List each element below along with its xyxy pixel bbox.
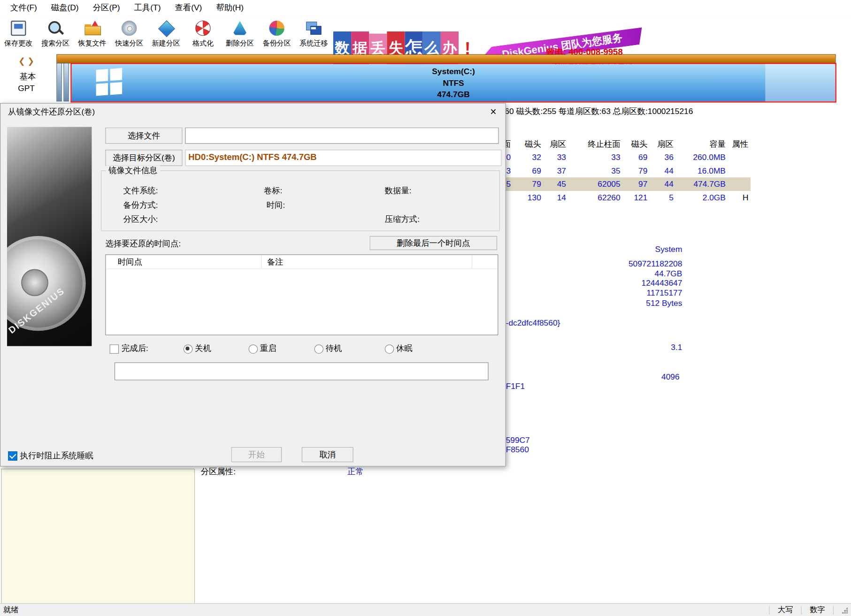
volume-label: 卷标: xyxy=(264,185,283,196)
menu-help[interactable]: 帮助(H) xyxy=(209,2,251,13)
system-migration-button[interactable]: 系统迁移 xyxy=(295,15,332,52)
col-header: 终止柱面 xyxy=(566,137,621,151)
table-row[interactable]: 0 32 33 33 69 36 260.0MB xyxy=(502,151,751,164)
after-complete-label: 完成后: xyxy=(122,343,148,354)
partition-table: 面 磁头 扇区 终止柱面 磁头 扇区 容量 属性 0 32 33 33 69 3… xyxy=(502,137,751,204)
hdd-hub-icon xyxy=(21,269,48,297)
new-partition-label: 新建分区 xyxy=(152,38,180,48)
quick-partition-button[interactable]: 快速分区 xyxy=(111,15,148,52)
after-complete-checkbox[interactable] xyxy=(110,344,119,354)
volume-name-value: System xyxy=(543,244,682,253)
format-button[interactable]: 格式化 xyxy=(184,15,222,52)
resize-grip-icon[interactable] xyxy=(841,607,848,614)
nav-left-icon[interactable]: ❮ xyxy=(18,56,27,66)
format-icon xyxy=(194,19,212,37)
menu-tools[interactable]: 工具(T) xyxy=(127,2,168,13)
restart-label: 重启 xyxy=(260,343,276,354)
prevent-sleep-label: 执行时阻止系统睡眠 xyxy=(20,451,93,461)
cancel-button[interactable]: 取消 xyxy=(302,447,353,462)
shutdown-radio[interactable] xyxy=(184,344,193,354)
timepoint-section-label: 选择要还原的时间点: xyxy=(105,239,181,249)
timepoint-list[interactable]: 时间点 备注 xyxy=(105,254,498,335)
standby-radio[interactable] xyxy=(314,344,323,354)
save-icon xyxy=(10,19,27,37)
detail-value: 512 Bytes xyxy=(543,298,682,308)
partition-attr-label: 分区属性: xyxy=(201,466,236,477)
note-input[interactable] xyxy=(115,362,489,380)
partition-table-header: 面 磁头 扇区 终止柱面 磁头 扇区 容量 属性 xyxy=(502,137,751,151)
filesystem-label: 文件系统: xyxy=(123,185,158,196)
col-header: 扇区 xyxy=(541,137,566,151)
select-file-button[interactable]: 选择文件 xyxy=(105,128,182,144)
table-row[interactable]: 130 14 62260 121 5 2.0GB H xyxy=(502,190,751,204)
serial-fragment: F1F1 xyxy=(506,381,525,391)
save-changes-button[interactable]: 保存更改 xyxy=(0,15,37,52)
start-button[interactable]: 开始 xyxy=(231,447,282,462)
partition-block-small-1[interactable] xyxy=(56,63,62,101)
statusbar-indicators: 大写 数字 xyxy=(766,604,848,616)
new-partition-button[interactable]: 新建分区 xyxy=(148,15,185,52)
disk-sidebar: ❮❯ 基本 GPT xyxy=(0,52,54,104)
statusbar: 就绪 大写 数字 xyxy=(0,603,851,616)
partition-attr-value: 正常 xyxy=(347,466,364,477)
col-header: 扇区 xyxy=(647,137,674,151)
search-partition-label: 搜索分区 xyxy=(41,38,69,48)
system-migration-icon xyxy=(305,19,322,37)
image-file-path-field[interactable] xyxy=(185,128,498,144)
nav-right-icon[interactable]: ❯ xyxy=(27,56,36,66)
sector-view-panel xyxy=(1,469,195,604)
num-indicator: 数字 xyxy=(805,605,830,615)
menu-view[interactable]: 查看(V) xyxy=(168,2,209,13)
partition-name: System(C:) xyxy=(72,66,836,77)
menu-partition[interactable]: 分区(P) xyxy=(86,2,127,13)
menubar: 文件(F) 磁盘(D) 分区(P) 工具(T) 查看(V) 帮助(H) xyxy=(0,0,851,16)
menu-disk[interactable]: 磁盘(D) xyxy=(44,2,86,13)
save-changes-label: 保存更改 xyxy=(4,38,32,48)
standby-label: 待机 xyxy=(326,343,342,354)
backup-partition-icon xyxy=(268,19,285,37)
prevent-sleep-checkbox[interactable] xyxy=(8,451,17,461)
table-row-selected[interactable]: 5 79 45 62005 97 44 474.7GB xyxy=(502,177,751,190)
disc-icon xyxy=(121,19,138,37)
screen: 文件(F) 磁盘(D) 分区(P) 工具(T) 查看(V) 帮助(H) 保存更改… xyxy=(0,0,851,616)
note-column-header[interactable]: 备注 xyxy=(261,255,472,268)
partition-fs: NTFS xyxy=(72,77,836,88)
backup-method-label: 备份方式: xyxy=(123,200,158,211)
target-partition-field[interactable]: HD0:System(C:) NTFS 474.7GB xyxy=(185,150,501,166)
close-icon[interactable]: × xyxy=(485,105,502,119)
recover-files-button[interactable]: 恢复文件 xyxy=(74,15,111,52)
select-target-partition-button[interactable]: 选择目标分区(卷) xyxy=(105,150,182,166)
data-amount-label: 数据量: xyxy=(385,185,412,196)
search-partition-button[interactable]: 搜索分区 xyxy=(37,15,74,52)
detail-value: 509721182208 xyxy=(543,259,682,268)
quick-partition-label: 快速分区 xyxy=(115,38,143,48)
partition-block-system[interactable]: System(C:) NTFS 474.7GB xyxy=(70,63,836,102)
detail-value: 44.7GB xyxy=(543,268,682,278)
groupbox-title: 镜像文件信息 xyxy=(106,166,160,176)
time-label: 时间: xyxy=(267,200,285,211)
timepoint-column-header[interactable]: 时间点 xyxy=(106,255,261,268)
statusbar-divider xyxy=(801,606,802,615)
timepoint-list-header: 时间点 备注 xyxy=(106,255,498,269)
backup-partition-button[interactable]: 备份分区 xyxy=(258,15,295,52)
statusbar-divider xyxy=(769,606,769,615)
partition-size-label: 分区大小: xyxy=(123,214,158,225)
col-header: 属性 xyxy=(726,137,751,151)
disk-type-label: 基本 xyxy=(20,72,36,82)
delete-partition-button[interactable]: 删除分区 xyxy=(222,15,259,52)
search-icon xyxy=(46,19,64,37)
detail-value: 124443647 xyxy=(543,278,682,288)
delete-last-timepoint-button[interactable]: 删除最后一个时间点 xyxy=(369,236,497,250)
system-migration-label: 系统迁移 xyxy=(299,38,328,48)
hibernate-radio[interactable] xyxy=(385,344,394,354)
table-row[interactable]: 3 69 37 35 79 44 16.0MB xyxy=(502,164,751,177)
cluster-size-value: 4096 xyxy=(594,372,680,381)
col-header: 容量 xyxy=(674,137,726,151)
disk-header-bar[interactable] xyxy=(56,54,836,64)
partition-block-small-2[interactable] xyxy=(63,63,69,101)
image-info-groupbox: 镜像文件信息 文件系统: 卷标: 数据量: 备份方式: 时间: 分区大小: 压缩… xyxy=(101,170,500,231)
statusbar-divider xyxy=(833,606,834,615)
restart-radio[interactable] xyxy=(249,344,258,354)
nav-arrows[interactable]: ❮❯ xyxy=(18,56,36,66)
menu-file[interactable]: 文件(F) xyxy=(3,2,44,13)
